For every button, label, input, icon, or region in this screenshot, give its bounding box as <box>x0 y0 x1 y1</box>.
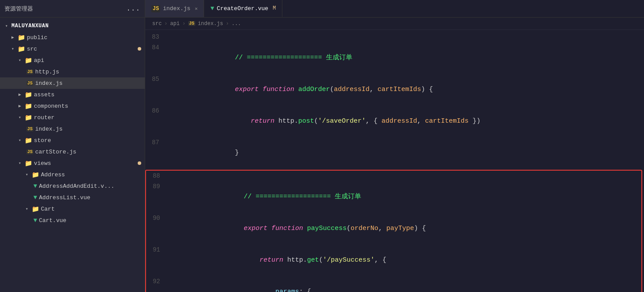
line-number: 83 <box>145 32 168 42</box>
breadcrumb-sep: › <box>182 21 185 27</box>
line-content: export function paySuccess(orderNo, payT… <box>169 213 641 245</box>
keyword-span: function <box>263 86 298 93</box>
sidebar-item-address-add-edit[interactable]: ▼ AddressAddAndEdit.v... <box>0 180 145 192</box>
sidebar-item-components[interactable]: ▶ 📁 components <box>0 100 145 112</box>
folder-icon: 📁 <box>25 91 32 99</box>
chevron-right-icon: ▶ <box>17 103 23 109</box>
sidebar-item-index-js[interactable]: JS index.js <box>0 77 145 89</box>
folder-label: Cart <box>41 206 55 212</box>
line-number: 85 <box>145 74 168 84</box>
sidebar-title-area: 资源管理器 ... <box>0 0 145 17</box>
folder-icon: 📁 <box>32 205 39 213</box>
sidebar-item-assets[interactable]: ▶ 📁 assets <box>0 89 145 100</box>
sidebar-item-http-js[interactable]: JS http.js <box>0 66 145 77</box>
comment-span: // =================== 生成订单 <box>219 54 352 62</box>
code-line-92: 92 params: { <box>146 276 641 292</box>
folder-label: Address <box>41 172 65 178</box>
folder-label: public <box>27 34 48 41</box>
line-content: return http.get('/paySuccess', { <box>169 245 641 276</box>
vue-file-icon: ▼ <box>33 182 37 190</box>
folder-icon: 📁 <box>25 160 32 167</box>
comment-span: // =================== 生成订单 <box>228 193 361 201</box>
vue-icon: ▼ <box>210 5 214 12</box>
code-editor[interactable]: 83 84 // =================== 生成订单 85 exp… <box>145 30 644 292</box>
file-label: http.js <box>35 69 59 75</box>
editor-wrapper: src › api › JS index.js › ... 83 84 <box>145 18 644 292</box>
chevron-down-icon: ▾ <box>17 115 23 120</box>
code-line-83: 83 <box>145 32 644 42</box>
chevron-down-icon: ▾ <box>24 172 30 177</box>
sidebar-item-cart-folder[interactable]: ▾ 📁 Cart <box>0 203 145 215</box>
tab-create-order-vue[interactable]: ▼ CreateOrder.vue M <box>204 0 282 17</box>
sidebar-title: 资源管理器 <box>4 5 33 13</box>
code-text: } <box>219 149 239 157</box>
chevron-down-icon: ▾ <box>10 46 16 51</box>
chevron-down-icon: ▾ <box>17 161 23 166</box>
code-line-87: 87 } <box>145 137 644 169</box>
folder-icon: 📁 <box>18 34 25 41</box>
sidebar-item-router-index-js[interactable]: JS index.js <box>0 123 145 135</box>
tab-modified-indicator: M <box>273 5 276 11</box>
folder-label: src <box>27 46 37 52</box>
line-content: export function addOrder(addressId, cart… <box>168 74 644 106</box>
code-line-84: 84 // =================== 生成订单 <box>145 42 644 74</box>
breadcrumb-sep: › <box>226 21 229 27</box>
sidebar-item-address[interactable]: ▾ 📁 Address <box>0 169 145 180</box>
fn-name-span: paySuccess <box>307 225 347 232</box>
chevron-down-icon: ▾ <box>4 23 10 29</box>
vue-file-icon: ▼ <box>33 194 37 201</box>
chevron-right-icon: ▶ <box>10 35 16 40</box>
chevron-right-icon: ▶ <box>17 92 23 97</box>
sidebar-item-public[interactable]: ▶ 📁 public <box>0 32 145 43</box>
folder-icon: 📁 <box>25 114 32 121</box>
line-content: return http.post('/saveOrder', { address… <box>168 106 644 137</box>
folder-label: assets <box>34 91 55 98</box>
modified-dot <box>138 161 141 165</box>
line-number: 84 <box>145 42 168 53</box>
keyword-span: return <box>219 117 278 125</box>
sidebar-item-views[interactable]: ▾ 📁 views <box>0 157 145 169</box>
folder-icon: 📁 <box>18 45 25 53</box>
line-number: 86 <box>145 106 168 116</box>
code-line-89: 89 // =================== 生成订单 <box>146 181 641 213</box>
code-line-85: 85 export function addOrder(addressId, c… <box>145 74 644 106</box>
keyword-span: function <box>271 225 307 232</box>
file-label: index.js <box>35 126 62 132</box>
line-number: 89 <box>146 181 169 192</box>
line-content: // =================== 生成订单 <box>169 181 641 213</box>
sidebar-item-address-list[interactable]: ▼ AddressList.vue <box>0 192 145 203</box>
js-icon: JS <box>151 5 160 12</box>
line-number: 88 <box>146 171 169 181</box>
code-text: http. <box>287 256 307 264</box>
sidebar-item-cartstore-js[interactable]: JS cartStore.js <box>0 146 145 157</box>
js-file-icon: JS <box>26 150 33 154</box>
tab-index-js[interactable]: JS index.js ✕ <box>145 0 204 17</box>
line-number: 90 <box>146 213 169 223</box>
code-line-91: 91 return http.get('/paySuccess', { <box>146 245 641 276</box>
file-label: AddressList.vue <box>39 194 90 201</box>
chevron-down-icon: ▾ <box>17 58 23 63</box>
vue-file-icon: ▼ <box>33 217 37 224</box>
chevron-down-icon: ▾ <box>24 206 30 212</box>
sidebar-item-src[interactable]: ▾ 📁 src <box>0 43 145 55</box>
tab-label: CreateOrder.vue <box>217 5 268 12</box>
sidebar-root-item[interactable]: ▾ MALUYANXUAN <box>0 20 145 32</box>
main-content: ▾ MALUYANXUAN ▶ 📁 public ▾ 📁 src ▾ 📁 api <box>0 18 644 292</box>
sidebar-item-cart-vue[interactable]: ▼ Cart.vue <box>0 215 145 226</box>
folder-label: components <box>34 103 68 110</box>
modified-dot <box>138 47 141 51</box>
breadcrumb-src: src <box>152 21 162 27</box>
fn-name-span: addOrder <box>298 86 330 93</box>
sidebar-item-api[interactable]: ▾ 📁 api <box>0 55 145 66</box>
sidebar-item-router[interactable]: ▾ 📁 router <box>0 112 145 123</box>
sidebar: ▾ MALUYANXUAN ▶ 📁 public ▾ 📁 src ▾ 📁 api <box>0 18 145 292</box>
js-file-icon: JS <box>26 127 33 131</box>
sidebar-dots[interactable]: ... <box>126 5 140 13</box>
file-label: Cart.vue <box>39 217 66 224</box>
file-label: index.js <box>35 80 62 87</box>
sidebar-item-store[interactable]: ▾ 📁 store <box>0 135 145 146</box>
prop-span: params <box>228 288 299 292</box>
breadcrumb-sep: › <box>165 21 168 27</box>
code-line-86: 86 return http.post('/saveOrder', { addr… <box>145 106 644 137</box>
tab-close-icon[interactable]: ✕ <box>195 6 198 11</box>
